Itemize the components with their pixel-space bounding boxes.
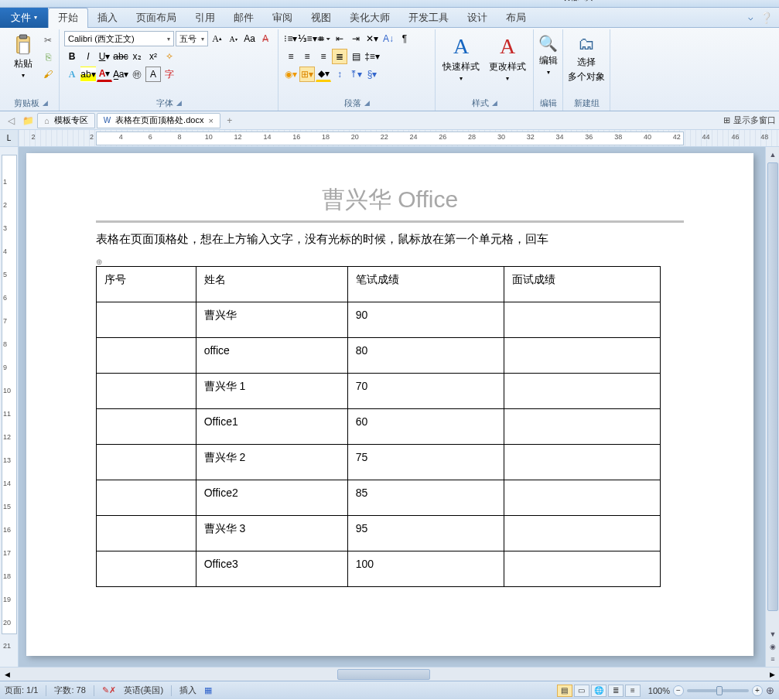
tab-insert[interactable]: 插入 [88,8,127,28]
table-cell[interactable] [504,409,660,445]
table-cell[interactable]: 85 [347,480,504,516]
table-cell[interactable] [97,551,196,587]
draft-view-icon[interactable]: ≡ [625,685,641,697]
snap-grid-icon[interactable]: ↕ [332,67,347,82]
number-list-icon[interactable]: ⅓≡▾ [299,31,315,46]
table-anchor-icon[interactable]: ⊕ [96,258,684,266]
para-settings-icon[interactable]: §▾ [364,67,380,82]
change-case-icon[interactable]: Aa [242,31,257,46]
back-icon[interactable]: ◁ [3,113,19,128]
asian-spacing-icon[interactable]: ✕▾ [364,31,380,46]
zoom-level[interactable]: 100% [648,686,670,695]
table-cell[interactable] [504,516,660,551]
tab-view[interactable]: 视图 [302,8,340,28]
clipboard-launcher-icon[interactable]: ◢ [43,99,48,107]
prev-page-icon[interactable]: ◉ [766,640,779,653]
align-right-icon[interactable]: ≡ [316,49,331,64]
font-color-button[interactable]: A▾ [97,67,112,82]
table-header-cell[interactable]: 面试成绩 [504,267,660,302]
table-cell[interactable] [504,302,660,338]
table-cell[interactable] [504,480,660,516]
table-row[interactable]: Office160 [97,409,661,445]
close-tab-icon[interactable]: × [208,116,213,125]
find-button[interactable]: 🔍 编辑 ▾ [538,34,558,76]
document-text-line[interactable]: 表格在页面顶格处，想在上方输入文字，没有光标的时候，鼠标放在第一个单元格，回车 [96,232,684,247]
document-table[interactable]: 序号 姓名 笔试成绩 面试成绩 曹兴华90office80曹兴华 170Offi… [96,266,661,587]
macro-icon[interactable]: ▦ [204,685,212,695]
zoom-slider[interactable] [687,689,749,692]
table-cell[interactable] [97,445,196,480]
shading-icon[interactable]: ◉▾ [283,67,299,82]
scroll-up-icon[interactable]: ▲ [766,149,779,161]
table-cell[interactable]: Office1 [196,409,347,445]
word-count[interactable]: 字数: 78 [54,685,85,696]
horizontal-ruler[interactable]: L 22468101214161820222426283032343638404… [0,130,779,147]
tab-beautify[interactable]: 美化大师 [340,8,399,28]
table-cell[interactable] [97,516,196,551]
table-row[interactable]: 曹兴华90 [97,302,661,338]
fill-color-icon[interactable]: ◆▾ [316,67,331,82]
scroll-right-icon[interactable]: ▶ [765,671,779,678]
line-spacing-icon[interactable]: ‡≡▾ [364,49,380,64]
strikethrough-button[interactable]: abc [113,49,128,64]
zoom-in-button[interactable]: + [752,685,763,696]
underline-button[interactable]: U▾ [97,49,112,64]
table-cell[interactable]: 曹兴华 3 [196,516,347,551]
styles-launcher-icon[interactable]: ◢ [492,99,497,107]
sort-icon[interactable]: A↓ [381,31,396,46]
grow-font-icon[interactable]: A▴ [210,31,224,46]
table-cell[interactable]: 曹兴华 1 [196,374,347,409]
language-indicator[interactable]: 英语(美国) [124,685,163,696]
multiwin-toggle[interactable]: ⊞显示多窗口 [723,114,776,126]
clear-format-icon[interactable]: A̶ [258,31,273,46]
change-styles-button[interactable]: A 更改样式 ▾ [487,34,528,82]
table-cell[interactable]: 90 [347,302,504,338]
template-tab[interactable]: ⌂模板专区 [37,113,95,128]
vertical-scrollbar[interactable]: ▲ ▼ ◉ ≡ [765,147,779,667]
increase-indent-icon[interactable]: ⇥ [348,31,364,46]
print-layout-view-icon[interactable]: ▤ [557,685,572,697]
file-tab-doc[interactable]: W表格在页面顶格处.docx× [97,113,220,128]
align-center-icon[interactable]: ≡ [299,49,315,64]
tab-design[interactable]: 设计 [458,8,497,28]
tab-developer[interactable]: 开发工具 [399,8,458,28]
decrease-indent-icon[interactable]: ⇤ [332,31,347,46]
table-row[interactable]: 曹兴华 395 [97,516,661,551]
table-cell[interactable]: 70 [347,374,504,409]
font-launcher-icon[interactable]: ◢ [176,99,182,107]
copy-icon[interactable]: ⎘ [42,51,54,63]
table-cell[interactable]: 100 [347,551,504,587]
help-icon[interactable]: ❔ [760,12,773,24]
tab-review[interactable]: 审阅 [263,8,302,28]
table-cell[interactable] [97,480,196,516]
tab-mail[interactable]: 邮件 [224,8,263,28]
table-cell[interactable]: Office3 [196,551,347,587]
table-cell[interactable] [97,374,196,409]
align-justify-icon[interactable]: ≣ [332,49,347,64]
table-cell[interactable]: Office2 [196,480,347,516]
table-cell[interactable] [504,445,660,480]
table-cell[interactable]: 95 [347,516,504,551]
enclose-char-icon[interactable]: ㊕ [129,67,145,82]
table-cell[interactable]: 75 [347,445,504,480]
show-marks-icon[interactable]: ¶ [397,31,412,46]
table-cell[interactable]: office [196,338,347,374]
table-cell[interactable] [97,302,196,338]
tab-home[interactable]: 开始 [48,8,88,28]
format-painter-icon[interactable]: 🖌 [42,68,54,80]
paste-button[interactable]: 粘贴 ▾ [8,31,39,97]
select-objects-button[interactable]: 🗂 选择 多个对象 [568,34,605,84]
table-row[interactable]: Office3100 [97,551,661,587]
font-name-combo[interactable]: Calibri (西文正文)▾ [64,31,174,46]
table-cell[interactable] [504,374,660,409]
table-cell[interactable] [504,551,660,587]
page-indicator[interactable]: 页面: 1/1 [5,685,38,696]
table-row[interactable]: 曹兴华 275 [97,445,661,480]
table-cell[interactable]: 曹兴华 2 [196,445,347,480]
cut-icon[interactable]: ✂ [42,34,54,46]
table-header-cell[interactable]: 笔试成绩 [347,267,504,302]
table-cell[interactable]: 60 [347,409,504,445]
zoom-knob[interactable] [716,686,723,695]
quick-styles-button[interactable]: A 快速样式 ▾ [440,34,482,82]
table-cell[interactable] [97,338,196,374]
